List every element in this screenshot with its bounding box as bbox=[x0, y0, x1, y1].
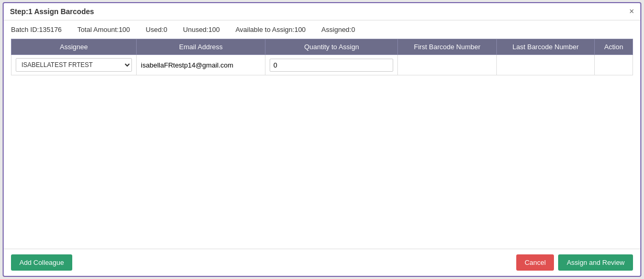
cancel-button[interactable]: Cancel bbox=[516, 254, 554, 271]
modal-body: Assignee Email Address Quantity to Assig… bbox=[4, 39, 640, 249]
quantity-cell bbox=[265, 55, 398, 75]
table-header-row: Assignee Email Address Quantity to Assig… bbox=[12, 39, 633, 55]
modal-header: Step:1 Assign Barcodes × bbox=[4, 3, 640, 20]
assignee-select[interactable]: ISABELLATEST FRTEST bbox=[16, 58, 132, 72]
email-cell: isabellaFRtestp14@gmail.com bbox=[137, 55, 265, 75]
unused: Unused:100 bbox=[183, 26, 220, 34]
action-cell bbox=[595, 55, 633, 75]
available-to-assign: Available to Assign:100 bbox=[236, 26, 306, 34]
assigned: Assigned:0 bbox=[321, 26, 355, 34]
modal-overlay: Step:1 Assign Barcodes × Batch ID:135176… bbox=[0, 0, 644, 279]
batch-id: Batch ID:135176 bbox=[11, 26, 62, 34]
modal-dialog: Step:1 Assign Barcodes × Batch ID:135176… bbox=[3, 2, 641, 277]
assign-review-button[interactable]: Assign and Review bbox=[558, 254, 633, 271]
modal-close-button[interactable]: × bbox=[629, 7, 634, 16]
assignee-cell: ISABELLATEST FRTEST bbox=[12, 55, 137, 75]
last-barcode-cell bbox=[496, 55, 595, 75]
total-amount: Total Amount:100 bbox=[77, 26, 130, 34]
col-email: Email Address bbox=[137, 39, 265, 55]
col-action: Action bbox=[595, 39, 633, 55]
first-barcode-cell bbox=[398, 55, 496, 75]
col-first-barcode: First Barcode Number bbox=[398, 39, 496, 55]
modal-title: Step:1 Assign Barcodes bbox=[10, 7, 94, 16]
table-row: ISABELLATEST FRTESTisabellaFRtestp14@gma… bbox=[12, 55, 633, 75]
quantity-input[interactable] bbox=[270, 59, 393, 72]
modal-info-bar: Batch ID:135176 Total Amount:100 Used:0 … bbox=[4, 20, 640, 39]
used: Used:0 bbox=[146, 26, 167, 34]
col-assignee: Assignee bbox=[12, 39, 137, 55]
barcode-table: Assignee Email Address Quantity to Assig… bbox=[11, 39, 633, 75]
add-colleague-button[interactable]: Add Colleague bbox=[11, 254, 72, 271]
footer-right-actions: Cancel Assign and Review bbox=[516, 254, 633, 271]
col-quantity: Quantity to Assign bbox=[265, 39, 398, 55]
modal-footer: Add Colleague Cancel Assign and Review bbox=[4, 249, 640, 276]
col-last-barcode: Last Barcode Number bbox=[496, 39, 595, 55]
